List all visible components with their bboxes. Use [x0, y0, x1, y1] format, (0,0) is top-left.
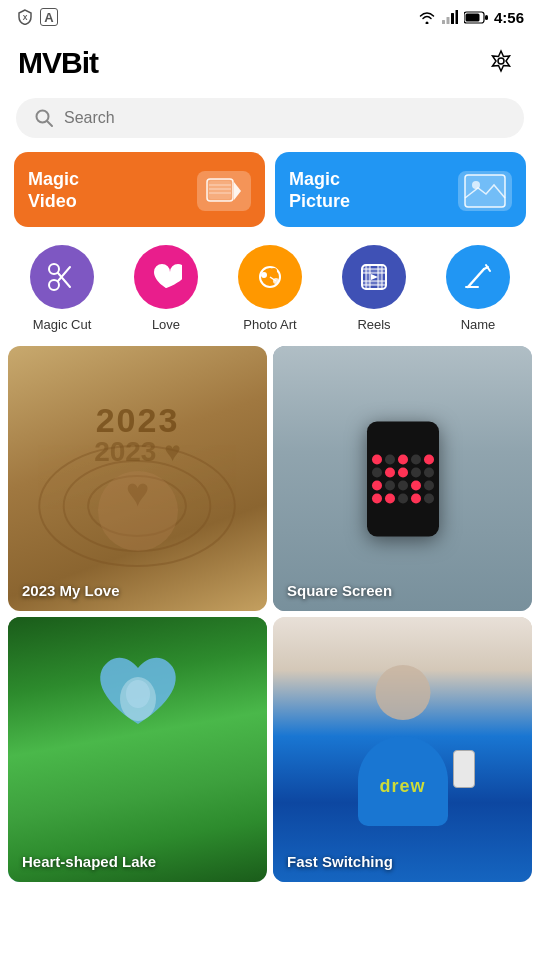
- svg-rect-32: [362, 269, 386, 273]
- search-bar[interactable]: [16, 98, 524, 138]
- svg-point-9: [498, 58, 504, 64]
- love-label: Love: [152, 317, 180, 332]
- reels-icon-circle: [342, 245, 406, 309]
- category-section: Magic Cut Love Photo Art: [0, 239, 540, 346]
- reels-category[interactable]: Reels: [342, 245, 406, 332]
- svg-rect-13: [209, 181, 231, 199]
- svg-rect-7: [465, 13, 479, 21]
- magic-picture-banner[interactable]: MagicPicture: [275, 152, 526, 227]
- magic-picture-label: MagicPicture: [289, 169, 350, 212]
- magic-cut-label: Magic Cut: [33, 317, 92, 332]
- picture-icon: [458, 171, 512, 211]
- status-right-icons: 4:56: [418, 9, 524, 26]
- app-logo: MVBit: [18, 46, 98, 80]
- svg-rect-6: [485, 15, 488, 20]
- svg-rect-4: [455, 10, 458, 24]
- grid-label-square-screen: Square Screen: [287, 582, 392, 599]
- grid-label-2023-my-love: 2023 My Love: [22, 582, 120, 599]
- template-grid: 2023 ♥ 2023 My Love: [0, 346, 540, 882]
- grid-item-fast-switching[interactable]: drew Fast Switching: [273, 617, 532, 882]
- status-bar: X A 4:56: [0, 0, 540, 32]
- drew-brand: drew: [379, 776, 425, 797]
- search-icon: [34, 108, 54, 128]
- magic-video-banner[interactable]: MagicVideo: [14, 152, 265, 227]
- svg-line-11: [47, 121, 52, 126]
- wifi-icon: [418, 10, 436, 24]
- svg-marker-8: [493, 51, 510, 71]
- love-category[interactable]: Love: [134, 245, 198, 332]
- name-icon-circle: [446, 245, 510, 309]
- reels-label: Reels: [357, 317, 390, 332]
- svg-point-25: [261, 272, 267, 278]
- love-icon-circle: [134, 245, 198, 309]
- phone-frame: [367, 421, 439, 536]
- sand-year-text: 2023: [96, 401, 180, 440]
- grid-item-2023-my-love[interactable]: 2023 ♥ 2023 My Love: [8, 346, 267, 611]
- magic-cut-icon-circle: [30, 245, 94, 309]
- search-container: [0, 90, 540, 148]
- grid-label-fast-switching: Fast Switching: [287, 853, 393, 870]
- banner-section: MagicVideo MagicPicture: [0, 148, 540, 239]
- svg-line-35: [468, 269, 484, 287]
- settings-button[interactable]: [480, 42, 522, 84]
- svg-text:X: X: [23, 14, 28, 21]
- svg-rect-2: [446, 17, 449, 24]
- svg-point-43: [126, 680, 150, 708]
- svg-rect-33: [362, 281, 386, 285]
- svg-marker-34: [371, 274, 378, 280]
- phone-in-hand: [453, 750, 475, 788]
- grid-item-square-screen[interactable]: Square Screen: [273, 346, 532, 611]
- led-dots: [368, 450, 438, 507]
- battery-icon: [464, 11, 488, 24]
- heart-lake-shape: [88, 644, 188, 738]
- grid-label-heart-lake: Heart-shaped Lake: [22, 853, 156, 870]
- svg-rect-3: [451, 13, 454, 24]
- status-time: 4:56: [494, 9, 524, 26]
- search-input[interactable]: [64, 109, 506, 127]
- svg-marker-17: [234, 182, 241, 200]
- status-left-icons: X A: [16, 8, 58, 26]
- photo-art-label: Photo Art: [243, 317, 296, 332]
- photo-art-icon-circle: [238, 245, 302, 309]
- a-icon: A: [40, 8, 58, 26]
- name-category[interactable]: Name: [446, 245, 510, 332]
- svg-rect-1: [442, 20, 445, 24]
- shield-icon: X: [16, 8, 34, 26]
- svg-point-26: [271, 268, 277, 274]
- sand-face-area: [98, 471, 178, 551]
- video-icon: [197, 171, 251, 211]
- grid-item-heart-lake[interactable]: Heart-shaped Lake: [8, 617, 267, 882]
- name-label: Name: [461, 317, 496, 332]
- signal-icon: [442, 10, 458, 24]
- person-head: [375, 665, 430, 720]
- magic-video-label: MagicVideo: [28, 169, 79, 212]
- app-header: MVBit: [0, 32, 540, 90]
- magic-cut-category[interactable]: Magic Cut: [30, 245, 94, 332]
- photo-art-category[interactable]: Photo Art: [238, 245, 302, 332]
